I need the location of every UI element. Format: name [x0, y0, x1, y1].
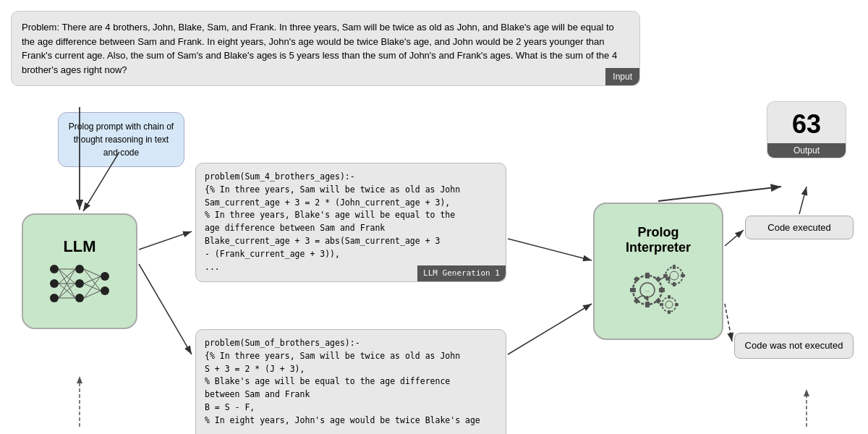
code-generation-box-1: problem(Sum_4_brothers_ages):- {% In thr…: [195, 163, 506, 282]
code-executed-box: Code executed: [745, 216, 854, 239]
svg-point-3: [75, 265, 84, 273]
svg-marker-62: [804, 389, 809, 396]
svg-point-42: [665, 301, 673, 308]
code-not-executed-text: Code was not executed: [745, 340, 843, 351]
llm-box: LLM ...: [22, 213, 137, 329]
svg-line-53: [508, 239, 592, 260]
code-generation-box-2: problem(Sum_of_brothers_ages):- {% In th…: [195, 329, 506, 434]
svg-point-4: [75, 279, 84, 288]
svg-rect-26: [645, 273, 650, 278]
llm-network-diagram: ...: [47, 262, 112, 305]
prolog-prompt-bubble: Prolog prompt with chain of thought reas…: [58, 112, 184, 167]
input-box: Problem: There are 4 brothers, John, Bla…: [11, 11, 640, 86]
svg-rect-46: [675, 303, 678, 306]
prolog-interpreter-title: PrologInterpreter: [626, 225, 691, 255]
svg-rect-39: [663, 274, 668, 277]
svg-text:...: ...: [67, 281, 72, 288]
gears-diagram: ···: [622, 260, 694, 318]
svg-point-2: [50, 294, 59, 302]
svg-rect-30: [634, 276, 639, 282]
svg-rect-33: [655, 298, 661, 304]
svg-rect-27: [645, 302, 650, 307]
input-label: Input: [605, 68, 639, 85]
output-label: Output: [767, 143, 846, 158]
svg-rect-29: [659, 288, 665, 292]
svg-marker-60: [77, 376, 82, 383]
prolog-prompt-text: Prolog prompt with chain of thought reas…: [69, 122, 174, 158]
svg-line-54: [508, 304, 592, 354]
code-executed-text: Code executed: [767, 222, 830, 233]
svg-line-56: [725, 230, 744, 246]
svg-line-57: [799, 187, 807, 214]
code-text-1: problem(Sum_4_brothers_ages):- {% In thr…: [205, 171, 497, 274]
svg-point-1: [50, 279, 59, 288]
svg-point-5: [75, 294, 84, 302]
prolog-interpreter-box: PrologInterpreter ···: [593, 203, 723, 340]
svg-point-36: [670, 271, 678, 280]
llm-title: LLM: [63, 237, 95, 256]
svg-point-7: [101, 286, 109, 295]
generation-label-1: LLM Generation 1: [417, 265, 506, 281]
svg-point-41: [662, 297, 676, 312]
svg-point-35: [665, 267, 683, 284]
output-number: 63: [767, 102, 846, 143]
svg-point-6: [101, 272, 109, 281]
svg-rect-38: [673, 282, 676, 286]
svg-text:···: ···: [645, 289, 650, 294]
svg-line-58: [725, 304, 732, 341]
svg-rect-37: [673, 265, 676, 269]
svg-line-51: [139, 231, 192, 250]
code-text-2: problem(Sum_of_brothers_ages):- {% In th…: [205, 337, 497, 427]
svg-line-55: [658, 187, 781, 201]
output-box: 63 Output: [767, 101, 846, 158]
svg-rect-44: [668, 310, 671, 314]
svg-rect-43: [668, 295, 671, 299]
svg-line-52: [139, 264, 192, 354]
svg-rect-40: [681, 274, 685, 277]
svg-point-0: [50, 265, 59, 273]
svg-rect-45: [660, 303, 663, 306]
code-not-executed-box: Code was not executed: [734, 333, 854, 359]
input-text: Problem: There are 4 brothers, John, Bla…: [22, 22, 617, 75]
svg-rect-28: [630, 288, 636, 292]
